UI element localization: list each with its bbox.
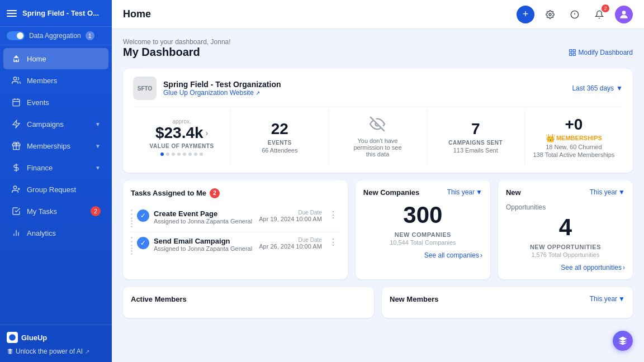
tasks-panel-title: Tasks Assigned to Me 2 (131, 188, 220, 198)
stat-dot-4[interactable] (177, 153, 181, 156)
notification-count: 2 (602, 4, 609, 12)
stat-events-value: 22 (271, 121, 288, 138)
user-avatar[interactable] (615, 6, 633, 23)
see-all-opportunities-link[interactable]: See all opportunities › (506, 264, 625, 272)
task-date: Apr 19, 2024 10:00 AM (259, 216, 322, 222)
stat-dot-2[interactable] (166, 153, 169, 156)
see-all-opportunities-arrow-icon: › (623, 264, 625, 272)
task-assigned: Assigned to Jonna Zapanta General (154, 218, 254, 225)
sidebar-footer: GlueUp Unlock the power of AI ↗ (0, 325, 112, 362)
sidebar-org-name: Spring Field - Test O... (22, 9, 99, 17)
stat-permissions: You don't have permission to see this da… (329, 109, 427, 165)
settings-button[interactable] (541, 6, 559, 23)
finance-icon (11, 163, 21, 173)
svg-point-13 (9, 334, 16, 341)
memberships-icon (11, 141, 21, 151)
stat-payments: approx. $23.4k › VALUE OF PAYMENTS (133, 109, 231, 165)
companies-chevron-icon: ▼ (476, 188, 482, 196)
modify-dashboard-button[interactable]: Modify Dashboard (569, 49, 633, 56)
stat-events: 22 EVENTS 66 Attendees (231, 109, 329, 165)
new-members-this-year-button[interactable]: This year ▼ (590, 295, 625, 303)
tasks-panel: Tasks Assigned to Me 2 ✓ Create Event Pa… (123, 180, 348, 279)
data-aggregation-toggle: Data Aggregation 1 (0, 27, 112, 45)
companies-this-year-button[interactable]: This year ▼ (447, 188, 482, 196)
task-assigned: Assigned to Jonna Zapanta General (154, 245, 254, 252)
last-days-chevron-icon: ▼ (616, 84, 623, 92)
task-check-icon[interactable]: ✓ (137, 209, 149, 222)
new-members-panel: New Members This year ▼ (382, 287, 633, 318)
org-card: SFTO Spring Field - Test Organization Gl… (123, 69, 633, 173)
companies-stat-label: NEW COMPANIES (363, 231, 482, 238)
task-info: Create Event Page Assigned to Jonna Zapa… (154, 209, 254, 225)
new-members-header: New Members This year ▼ (390, 295, 625, 303)
svg-point-18 (622, 11, 626, 15)
stat-campaigns-value: 7 (471, 121, 480, 138)
sidebar-item-analytics[interactable]: Analytics (3, 222, 108, 244)
stat-nav (160, 153, 203, 156)
task-date-label: Due Date (259, 237, 322, 243)
data-aggregation-switch[interactable] (7, 31, 25, 40)
task-title: Create Event Page (154, 209, 254, 218)
ai-bubble[interactable] (613, 331, 633, 351)
org-logo-abbr: SFTO (138, 85, 152, 92)
org-website-link[interactable]: Glue Up Organization Website ↗ (163, 89, 281, 97)
sidebar-item-group-request[interactable]: Group Request (3, 179, 108, 200)
data-aggregation-badge: 1 (86, 31, 94, 40)
task-drag-handle[interactable] (131, 209, 132, 227)
tasks-panel-header: Tasks Assigned to Me 2 (131, 188, 340, 198)
stat-dot-6[interactable] (188, 153, 192, 156)
sidebar-item-members[interactable]: Members (3, 70, 108, 91)
stat-dot-7[interactable] (194, 153, 197, 156)
page-title: Home (123, 8, 510, 20)
memberships-total: 138 Total Active Memberships (533, 151, 614, 158)
last-days-selector[interactable]: Last 365 days ▼ (572, 84, 623, 92)
active-members-panel: Active Members (123, 287, 374, 318)
stat-dot-5[interactable] (183, 153, 186, 156)
tasks-title-text: Tasks Assigned to Me (131, 189, 206, 197)
sidebar-item-memberships[interactable]: Memberships ▼ (3, 135, 108, 156)
modify-dashboard-label: Modify Dashboard (579, 49, 633, 56)
my-tasks-badge: 2 (91, 206, 101, 216)
companies-value: 300 (363, 203, 482, 227)
see-all-companies-link[interactable]: See all companies › (363, 251, 482, 259)
stats-row: approx. $23.4k › VALUE OF PAYMENTS (133, 107, 623, 165)
notifications-button[interactable]: 2 (590, 6, 608, 23)
tasks-badge: 2 (210, 188, 220, 198)
add-button[interactable]: + (517, 6, 534, 23)
stat-memberships: +0 👑 MEMBERSHIPS 18 New, 60 Churned 138 … (525, 109, 623, 165)
events-icon (11, 97, 21, 107)
new-members-this-year-label: This year (590, 295, 617, 303)
stat-dot-8[interactable] (200, 153, 203, 156)
task-menu-button[interactable]: ⋮ (326, 209, 340, 220)
task-date-col: Due Date Apr 26, 2024 10:00 AM (259, 237, 322, 250)
glueup-logo-text: GlueUp (21, 334, 47, 342)
task-check-icon[interactable]: ✓ (137, 237, 149, 249)
sidebar-my-tasks-label: My Tasks (27, 207, 57, 216)
data-aggregation-label: Data Aggregation (29, 32, 81, 40)
stat-dot-1[interactable] (160, 153, 164, 156)
unlock-ai-link[interactable]: Unlock the power of AI ↗ (7, 347, 105, 355)
info-button[interactable] (566, 6, 584, 23)
stat-events-label: EVENTS (268, 140, 292, 146)
payments-arrow-icon[interactable]: › (206, 128, 209, 137)
stat-payments-value: $23.4k (155, 125, 203, 142)
task-date-col: Due Date Apr 19, 2024 10:00 AM (259, 209, 322, 222)
no-permission-text: You don't have permission to see this da… (349, 137, 405, 158)
active-members-header: Active Members (131, 295, 366, 303)
stat-payments-label: VALUE OF PAYMENTS (150, 143, 214, 149)
memberships-arrow-icon: ▼ (95, 143, 101, 149)
sidebar-item-my-tasks[interactable]: My Tasks 2 (3, 201, 108, 222)
sidebar-item-home[interactable]: Home (3, 48, 108, 69)
task-drag-handle[interactable] (131, 237, 132, 255)
stat-approx-label: approx. (172, 118, 191, 125)
sidebar-item-events[interactable]: Events (3, 92, 108, 113)
task-menu-button[interactable]: ⋮ (326, 237, 340, 247)
stat-dot-3[interactable] (172, 153, 175, 156)
task-info: Send Email Campaign Assigned to Jonna Za… (154, 237, 254, 252)
campaigns-icon (11, 119, 21, 129)
hamburger-icon[interactable] (7, 10, 17, 17)
opportunities-this-year-button[interactable]: This year ▼ (590, 188, 625, 196)
last-days-label: Last 365 days (572, 84, 614, 92)
sidebar-item-finance[interactable]: Finance ▼ (3, 157, 108, 178)
sidebar-item-campaigns[interactable]: Campaigns ▼ (3, 113, 108, 135)
